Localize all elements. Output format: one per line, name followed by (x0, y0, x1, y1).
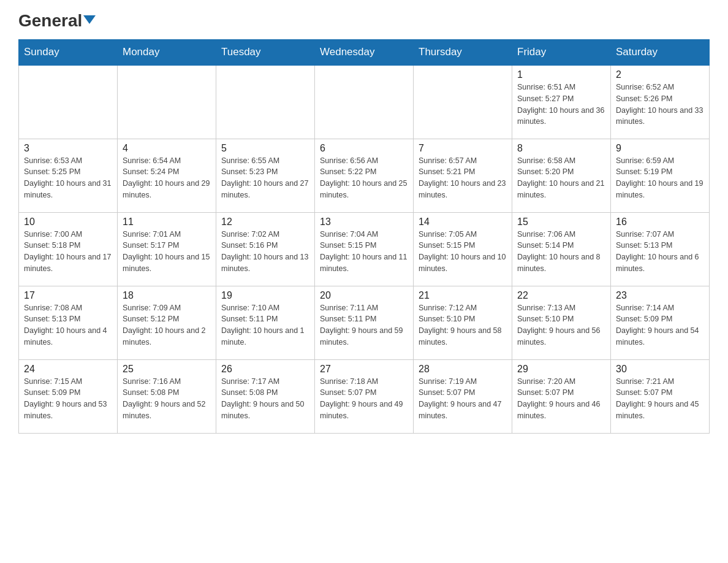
day-number: 7 (419, 143, 507, 154)
day-number: 17 (24, 290, 112, 301)
calendar-cell (414, 65, 512, 139)
day-info: Sunrise: 6:51 AMSunset: 5:27 PMDaylight:… (517, 82, 605, 128)
calendar-week-row: 3Sunrise: 6:53 AMSunset: 5:25 PMDaylight… (19, 139, 710, 212)
day-number: 16 (616, 216, 704, 228)
day-number: 22 (517, 290, 605, 301)
day-info: Sunrise: 7:07 AMSunset: 5:13 PMDaylight:… (616, 229, 704, 275)
day-info: Sunrise: 7:16 AMSunset: 5:08 PMDaylight:… (123, 376, 211, 422)
calendar-cell: 21Sunrise: 7:12 AMSunset: 5:10 PMDayligh… (414, 286, 512, 359)
day-info: Sunrise: 7:15 AMSunset: 5:09 PMDaylight:… (24, 376, 112, 422)
weekday-header-friday: Friday (512, 40, 611, 66)
day-info: Sunrise: 7:19 AMSunset: 5:07 PMDaylight:… (419, 376, 507, 422)
calendar-week-row: 24Sunrise: 7:15 AMSunset: 5:09 PMDayligh… (19, 359, 710, 433)
day-info: Sunrise: 7:08 AMSunset: 5:13 PMDaylight:… (24, 302, 112, 348)
calendar-cell (19, 65, 118, 139)
day-info: Sunrise: 6:58 AMSunset: 5:20 PMDaylight:… (517, 155, 605, 201)
calendar-cell: 26Sunrise: 7:17 AMSunset: 5:08 PMDayligh… (216, 359, 315, 433)
calendar-cell: 8Sunrise: 6:58 AMSunset: 5:20 PMDaylight… (512, 139, 611, 212)
calendar-cell: 25Sunrise: 7:16 AMSunset: 5:08 PMDayligh… (118, 359, 216, 433)
day-info: Sunrise: 7:09 AMSunset: 5:12 PMDaylight:… (123, 302, 211, 348)
day-number: 6 (320, 143, 408, 154)
day-info: Sunrise: 7:17 AMSunset: 5:08 PMDaylight:… (221, 376, 309, 422)
calendar-cell (118, 65, 216, 139)
calendar-week-row: 1Sunrise: 6:51 AMSunset: 5:27 PMDaylight… (19, 65, 710, 139)
calendar-cell: 23Sunrise: 7:14 AMSunset: 5:09 PMDayligh… (611, 286, 710, 359)
calendar-cell: 7Sunrise: 6:57 AMSunset: 5:21 PMDaylight… (414, 139, 512, 212)
day-info: Sunrise: 6:52 AMSunset: 5:26 PMDaylight:… (616, 82, 704, 128)
day-number: 4 (123, 143, 211, 154)
day-number: 27 (320, 364, 408, 375)
day-info: Sunrise: 7:10 AMSunset: 5:11 PMDaylight:… (221, 302, 309, 348)
day-number: 14 (419, 216, 507, 228)
day-number: 25 (123, 364, 211, 375)
calendar-table: SundayMondayTuesdayWednesdayThursdayFrid… (18, 39, 710, 434)
day-info: Sunrise: 6:53 AMSunset: 5:25 PMDaylight:… (24, 155, 112, 201)
logo-triangle-icon (83, 15, 96, 24)
day-number: 23 (616, 290, 704, 301)
weekday-header-monday: Monday (118, 40, 216, 66)
day-info: Sunrise: 7:20 AMSunset: 5:07 PMDaylight:… (517, 376, 605, 422)
day-info: Sunrise: 7:06 AMSunset: 5:14 PMDaylight:… (517, 229, 605, 275)
weekday-header-sunday: Sunday (19, 40, 118, 66)
day-number: 10 (24, 216, 112, 228)
calendar-cell: 28Sunrise: 7:19 AMSunset: 5:07 PMDayligh… (414, 359, 512, 433)
day-number: 9 (616, 143, 704, 154)
day-info: Sunrise: 7:11 AMSunset: 5:11 PMDaylight:… (320, 302, 408, 348)
calendar-cell: 27Sunrise: 7:18 AMSunset: 5:07 PMDayligh… (315, 359, 414, 433)
calendar-cell: 15Sunrise: 7:06 AMSunset: 5:14 PMDayligh… (512, 212, 611, 286)
day-info: Sunrise: 7:04 AMSunset: 5:15 PMDaylight:… (320, 229, 408, 275)
day-number: 8 (517, 143, 605, 154)
day-number: 1 (517, 69, 605, 80)
day-info: Sunrise: 7:14 AMSunset: 5:09 PMDaylight:… (616, 302, 704, 348)
calendar-cell: 18Sunrise: 7:09 AMSunset: 5:12 PMDayligh… (118, 286, 216, 359)
day-number: 3 (24, 143, 112, 154)
calendar-cell: 22Sunrise: 7:13 AMSunset: 5:10 PMDayligh… (512, 286, 611, 359)
calendar-cell: 9Sunrise: 6:59 AMSunset: 5:19 PMDaylight… (611, 139, 710, 212)
day-number: 18 (123, 290, 211, 301)
weekday-header-row: SundayMondayTuesdayWednesdayThursdayFrid… (19, 40, 710, 66)
calendar-cell: 24Sunrise: 7:15 AMSunset: 5:09 PMDayligh… (19, 359, 118, 433)
calendar-cell: 2Sunrise: 6:52 AMSunset: 5:26 PMDaylight… (611, 65, 710, 139)
calendar-cell: 1Sunrise: 6:51 AMSunset: 5:27 PMDaylight… (512, 65, 611, 139)
calendar-week-row: 10Sunrise: 7:00 AMSunset: 5:18 PMDayligh… (19, 212, 710, 286)
day-info: Sunrise: 6:59 AMSunset: 5:19 PMDaylight:… (616, 155, 704, 201)
calendar-cell: 19Sunrise: 7:10 AMSunset: 5:11 PMDayligh… (216, 286, 315, 359)
page-header: General (18, 12, 710, 27)
logo-general-text: General (18, 12, 96, 29)
day-number: 30 (616, 364, 704, 375)
calendar-cell: 10Sunrise: 7:00 AMSunset: 5:18 PMDayligh… (19, 212, 118, 286)
calendar-cell: 14Sunrise: 7:05 AMSunset: 5:15 PMDayligh… (414, 212, 512, 286)
day-number: 13 (320, 216, 408, 228)
calendar-cell: 30Sunrise: 7:21 AMSunset: 5:07 PMDayligh… (611, 359, 710, 433)
calendar-cell: 4Sunrise: 6:54 AMSunset: 5:24 PMDaylight… (118, 139, 216, 212)
calendar-cell: 13Sunrise: 7:04 AMSunset: 5:15 PMDayligh… (315, 212, 414, 286)
day-info: Sunrise: 7:01 AMSunset: 5:17 PMDaylight:… (123, 229, 211, 275)
calendar-cell: 3Sunrise: 6:53 AMSunset: 5:25 PMDaylight… (19, 139, 118, 212)
day-info: Sunrise: 7:02 AMSunset: 5:16 PMDaylight:… (221, 229, 309, 275)
weekday-header-thursday: Thursday (414, 40, 512, 66)
calendar-cell (315, 65, 414, 139)
day-info: Sunrise: 6:57 AMSunset: 5:21 PMDaylight:… (419, 155, 507, 201)
calendar-cell: 17Sunrise: 7:08 AMSunset: 5:13 PMDayligh… (19, 286, 118, 359)
day-number: 2 (616, 69, 704, 80)
day-number: 11 (123, 216, 211, 228)
calendar-cell (216, 65, 315, 139)
calendar-cell: 6Sunrise: 6:56 AMSunset: 5:22 PMDaylight… (315, 139, 414, 212)
day-info: Sunrise: 6:54 AMSunset: 5:24 PMDaylight:… (123, 155, 211, 201)
day-number: 26 (221, 364, 309, 375)
weekday-header-tuesday: Tuesday (216, 40, 315, 66)
day-number: 28 (419, 364, 507, 375)
day-info: Sunrise: 7:00 AMSunset: 5:18 PMDaylight:… (24, 229, 112, 275)
day-info: Sunrise: 7:12 AMSunset: 5:10 PMDaylight:… (419, 302, 507, 348)
day-info: Sunrise: 6:56 AMSunset: 5:22 PMDaylight:… (320, 155, 408, 201)
day-number: 24 (24, 364, 112, 375)
logo: General (18, 12, 96, 27)
day-info: Sunrise: 7:13 AMSunset: 5:10 PMDaylight:… (517, 302, 605, 348)
day-info: Sunrise: 6:55 AMSunset: 5:23 PMDaylight:… (221, 155, 309, 201)
weekday-header-wednesday: Wednesday (315, 40, 414, 66)
calendar-body: 1Sunrise: 6:51 AMSunset: 5:27 PMDaylight… (19, 65, 710, 433)
day-number: 15 (517, 216, 605, 228)
calendar-cell: 20Sunrise: 7:11 AMSunset: 5:11 PMDayligh… (315, 286, 414, 359)
day-number: 21 (419, 290, 507, 301)
calendar-cell: 16Sunrise: 7:07 AMSunset: 5:13 PMDayligh… (611, 212, 710, 286)
